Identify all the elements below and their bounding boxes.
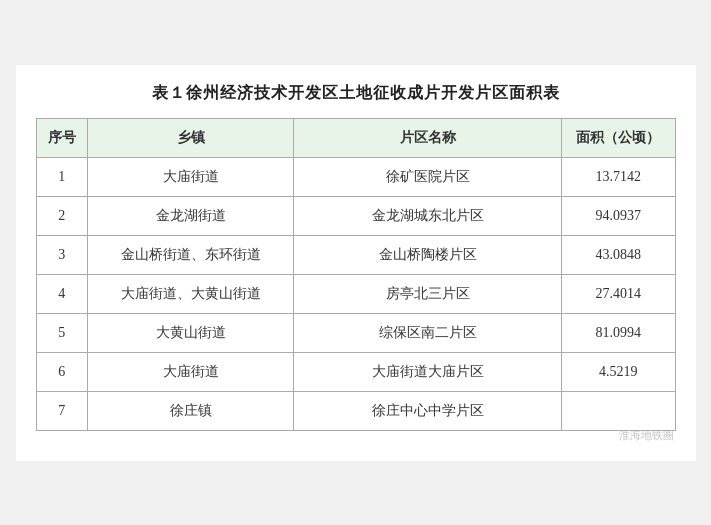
cell-seq: 5 [36, 313, 88, 352]
table-title: 表１徐州经济技术开发区土地征收成片开发片区面积表 [36, 83, 676, 104]
cell-area-name: 大庙街道大庙片区 [294, 352, 562, 391]
cell-area-size: 94.0937 [562, 196, 675, 235]
table-row: 5大黄山街道综保区南二片区81.0994 [36, 313, 675, 352]
cell-seq: 6 [36, 352, 88, 391]
table-row: 2金龙湖街道金龙湖城东北片区94.0937 [36, 196, 675, 235]
cell-town: 徐庄镇 [88, 391, 294, 430]
table-row: 1大庙街道徐矿医院片区13.7142 [36, 157, 675, 196]
table-body: 1大庙街道徐矿医院片区13.71422金龙湖街道金龙湖城东北片区94.09373… [36, 157, 675, 430]
cell-area-size: 4.5219 [562, 352, 675, 391]
cell-seq: 2 [36, 196, 88, 235]
cell-area-size [562, 391, 675, 430]
cell-area-name: 房亭北三片区 [294, 274, 562, 313]
header-seq: 序号 [36, 118, 88, 157]
header-area-size: 面积（公顷） [562, 118, 675, 157]
cell-town: 金山桥街道、东环街道 [88, 235, 294, 274]
cell-seq: 1 [36, 157, 88, 196]
cell-town: 大庙街道 [88, 352, 294, 391]
table-row: 6大庙街道大庙街道大庙片区4.5219 [36, 352, 675, 391]
cell-seq: 3 [36, 235, 88, 274]
header-area-name: 片区名称 [294, 118, 562, 157]
watermark: 淮海地铁圈 [619, 428, 674, 443]
cell-area-size: 13.7142 [562, 157, 675, 196]
cell-area-name: 金山桥陶楼片区 [294, 235, 562, 274]
cell-area-size: 27.4014 [562, 274, 675, 313]
cell-area-size: 81.0994 [562, 313, 675, 352]
cell-town: 大庙街道 [88, 157, 294, 196]
cell-area-name: 徐矿医院片区 [294, 157, 562, 196]
data-table: 序号 乡镇 片区名称 面积（公顷） 1大庙街道徐矿医院片区13.71422金龙湖… [36, 118, 676, 431]
header-town: 乡镇 [88, 118, 294, 157]
cell-area-name: 金龙湖城东北片区 [294, 196, 562, 235]
cell-town: 大黄山街道 [88, 313, 294, 352]
cell-seq: 4 [36, 274, 88, 313]
cell-area-size: 43.0848 [562, 235, 675, 274]
cell-town: 金龙湖街道 [88, 196, 294, 235]
table-row: 7徐庄镇徐庄中心中学片区 [36, 391, 675, 430]
cell-seq: 7 [36, 391, 88, 430]
cell-town: 大庙街道、大黄山街道 [88, 274, 294, 313]
cell-area-name: 综保区南二片区 [294, 313, 562, 352]
main-container: 表１徐州经济技术开发区土地征收成片开发片区面积表 序号 乡镇 片区名称 面积（公… [16, 65, 696, 461]
cell-area-name: 徐庄中心中学片区 [294, 391, 562, 430]
table-header-row: 序号 乡镇 片区名称 面积（公顷） [36, 118, 675, 157]
table-row: 4大庙街道、大黄山街道房亭北三片区27.4014 [36, 274, 675, 313]
table-row: 3金山桥街道、东环街道金山桥陶楼片区43.0848 [36, 235, 675, 274]
